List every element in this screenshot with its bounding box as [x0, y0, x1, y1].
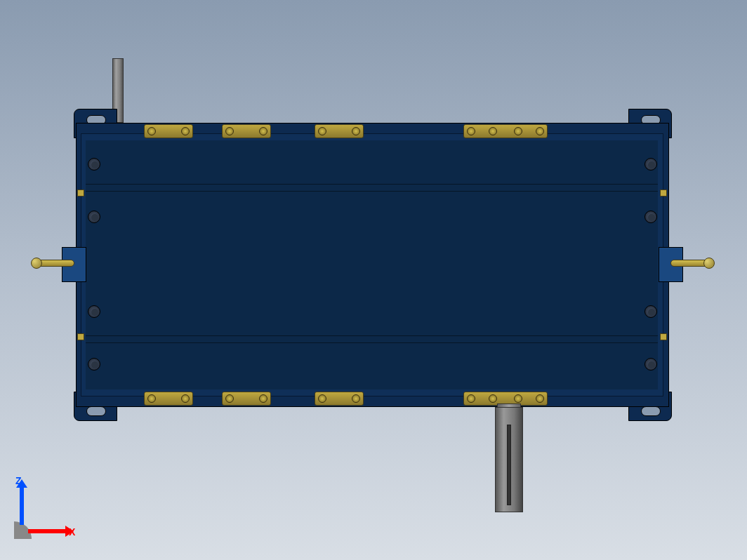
- lug-ball: [31, 258, 42, 269]
- cap-plug: [222, 392, 271, 406]
- housing-front-face: [86, 140, 658, 389]
- cap-plug: [315, 124, 364, 138]
- bolt-icon: [318, 127, 326, 135]
- tab-accent: [77, 189, 84, 196]
- z-axis-label: Z: [15, 475, 22, 486]
- lug-ball: [703, 258, 715, 269]
- cad-viewport[interactable]: Z X: [0, 0, 747, 560]
- z-axis-icon: [20, 486, 24, 525]
- bolt-icon: [147, 394, 156, 403]
- bolt-icon: [536, 394, 544, 403]
- x-axis-label: X: [69, 526, 75, 538]
- slot-hole: [641, 406, 661, 416]
- bolt-icon: [352, 394, 360, 403]
- tab-accent: [660, 189, 667, 196]
- coordinate-triad[interactable]: Z X: [14, 476, 77, 539]
- bolt: [88, 305, 100, 318]
- seam-line: [86, 335, 658, 336]
- seam-line: [86, 342, 658, 343]
- bolt: [644, 211, 657, 223]
- shaft-keyway: [507, 425, 511, 505]
- bolt-icon: [225, 127, 234, 135]
- x-axis-icon: [28, 529, 67, 533]
- bolt: [88, 158, 100, 171]
- bolt-icon: [467, 127, 475, 135]
- cap-plug: [144, 124, 193, 138]
- slot-hole: [86, 406, 106, 416]
- bolt: [644, 158, 657, 171]
- bolt-icon: [489, 394, 497, 403]
- bolt-icon: [259, 127, 267, 135]
- bolt-icon: [467, 394, 475, 403]
- bolt-icon: [181, 127, 190, 135]
- bolt: [88, 358, 100, 371]
- bolt-icon: [352, 127, 360, 135]
- tab-accent: [660, 333, 667, 340]
- cap-plug: [315, 392, 364, 406]
- bolt: [88, 211, 100, 223]
- bolt-icon: [181, 394, 190, 403]
- bolt: [644, 305, 657, 318]
- bolt-icon: [514, 127, 522, 135]
- cap-plug-wide: [463, 124, 548, 138]
- cap-plug: [222, 124, 271, 138]
- bolt-icon: [536, 127, 544, 135]
- bolt: [644, 358, 657, 371]
- seam-line: [86, 184, 658, 185]
- bolt-icon: [147, 127, 156, 135]
- seam-line: [86, 191, 658, 192]
- bolt-icon: [318, 394, 326, 403]
- bolt-icon: [489, 127, 497, 135]
- bolt-icon: [259, 394, 267, 403]
- bolt-icon: [514, 394, 522, 403]
- cap-plug: [144, 392, 193, 406]
- bolt-icon: [225, 394, 234, 403]
- tab-accent: [77, 333, 84, 340]
